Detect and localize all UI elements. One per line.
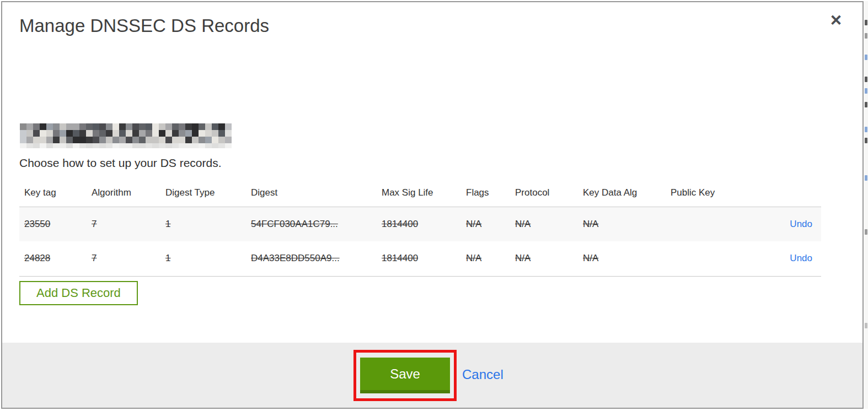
column-header: Flags	[461, 179, 510, 207]
page-title: Manage DNSSEC DS Records	[19, 15, 269, 36]
undo-link[interactable]: Undo	[790, 219, 812, 229]
table-cell: 1	[160, 241, 246, 276]
sliver-mark	[865, 229, 867, 235]
table-cell-actions: Undo	[748, 207, 821, 241]
table-header-row: Key tagAlgorithmDigest TypeDigestMax Sig…	[19, 179, 821, 207]
table-cell: N/A	[510, 241, 578, 276]
table-cell-actions: Undo	[748, 241, 821, 276]
subtitle-instruction: Choose how to set up your DS records.	[19, 156, 222, 170]
table-cell: 1814400	[377, 207, 461, 241]
table-cell: 1	[160, 207, 246, 241]
add-ds-record-button[interactable]: Add DS Record	[19, 281, 138, 305]
cancel-link[interactable]: Cancel	[462, 367, 503, 382]
sliver-mark	[865, 138, 867, 143]
sliver-mark	[865, 175, 867, 181]
column-header: Digest	[246, 179, 377, 207]
table-cell: D4A33E8DD550A9...	[246, 241, 377, 276]
table-cell: N/A	[461, 207, 510, 241]
sliver-mark	[865, 102, 867, 107]
table-cell: N/A	[578, 241, 666, 276]
table-cell: 23550	[19, 207, 87, 241]
column-header: Key Data Alg	[578, 179, 666, 207]
table-row: 235507154FCF030AA1C79...1814400N/AN/AN/A…	[19, 207, 821, 241]
column-header: Key tag	[19, 179, 87, 207]
table-cell: N/A	[578, 207, 666, 241]
table-cell: 7	[87, 241, 160, 276]
table-cell: 1814400	[377, 241, 461, 276]
table-cell: 54FCF030AA1C79...	[246, 207, 377, 241]
sliver-mark	[865, 88, 867, 94]
column-header: Public Key	[666, 179, 748, 207]
sliver-mark	[865, 127, 867, 132]
sliver-mark	[865, 77, 867, 82]
sliver-mark	[865, 20, 867, 25]
save-button[interactable]: Save	[360, 358, 450, 393]
domain-name-redacted	[20, 123, 232, 148]
screenshot-frame: Manage DNSSEC DS Records × Choose how to…	[0, 0, 868, 411]
close-icon[interactable]: ×	[824, 8, 848, 32]
ds-records-table: Key tagAlgorithmDigest TypeDigestMax Sig…	[19, 179, 821, 277]
sliver-mark	[865, 323, 867, 328]
table-row: 2482871D4A33E8DD550A9...1814400N/AN/AN/A…	[19, 241, 821, 276]
column-header: Algorithm	[87, 179, 160, 207]
undo-link[interactable]: Undo	[790, 253, 812, 263]
column-header: Max Sig Life	[377, 179, 461, 207]
column-header: Protocol	[510, 179, 578, 207]
table-cell: N/A	[510, 207, 578, 241]
table-cell	[666, 241, 748, 276]
annotation-highlight-box: Save	[353, 350, 457, 401]
column-header: Digest Type	[160, 179, 246, 207]
sliver-mark	[865, 55, 867, 60]
table-cell: N/A	[461, 241, 510, 276]
column-header-actions	[748, 179, 821, 207]
sliver-mark	[865, 33, 867, 39]
background-page-sliver	[864, 1, 868, 409]
table-cell: 7	[87, 207, 160, 241]
table-cell	[666, 207, 748, 241]
table-cell: 24828	[19, 241, 87, 276]
